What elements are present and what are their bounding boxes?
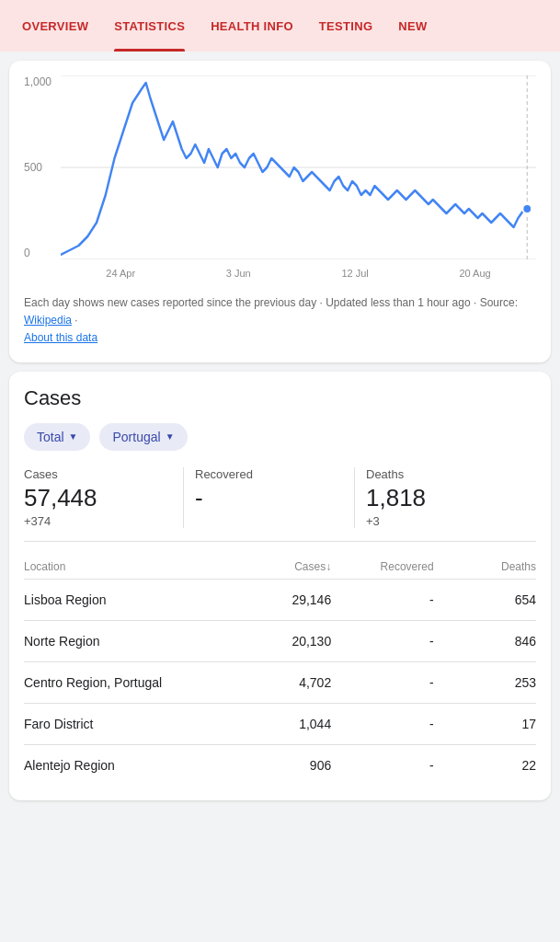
deaths-delta: +3: [366, 514, 514, 528]
row-deaths-2: 253: [434, 675, 536, 690]
location-filter-label: Portugal: [112, 430, 160, 444]
about-data-link[interactable]: About this data: [24, 331, 97, 344]
x-label-apr: 24 Apr: [106, 268, 135, 279]
table-row: Norte Region 20,130 - 846: [24, 621, 536, 662]
total-filter-button[interactable]: Total ▼: [24, 423, 90, 451]
cases-title: Cases: [24, 386, 536, 410]
row-cases-1: 20,130: [229, 634, 331, 649]
row-deaths-1: 846: [434, 634, 536, 649]
total-filter-label: Total: [37, 430, 64, 444]
chart-end-dot: [522, 204, 531, 213]
row-recovered-1: -: [331, 634, 433, 649]
row-cases-4: 906: [229, 758, 331, 773]
y-label-0: 0: [24, 247, 61, 259]
row-cases-2: 4,702: [229, 675, 331, 690]
row-cases-3: 1,044: [229, 717, 331, 731]
stats-row: Cases 57,448 +374 Recovered - Deaths 1,8…: [24, 467, 536, 543]
chart-info: Each day shows new cases reported since …: [24, 294, 536, 348]
header-recovered: Recovered: [331, 560, 433, 573]
cases-stat: Cases 57,448 +374: [24, 467, 184, 529]
wikipedia-link[interactable]: Wikipedia: [24, 314, 72, 327]
row-recovered-2: -: [331, 675, 433, 690]
chart-svg: [61, 75, 536, 259]
y-label-500: 500: [24, 161, 61, 174]
total-filter-arrow: ▼: [69, 431, 78, 442]
y-label-1000: 1,000: [24, 75, 61, 88]
row-location-1: Norte Region: [24, 634, 229, 649]
chart-info-text: Each day shows new cases reported since …: [24, 296, 518, 309]
x-label-jun: 3 Jun: [226, 268, 251, 279]
cases-label: Cases: [24, 467, 172, 481]
table-body: Lisboa Region 29,146 - 654 Norte Region …: [24, 580, 536, 786]
chart-card: 1,000 500 0 24 Apr 3 Jun 12 Jul: [9, 61, 551, 362]
table-row: Alentejo Region 906 - 22: [24, 745, 536, 786]
location-table: Location Cases↓ Recovered Deaths Lisboa …: [24, 555, 536, 786]
recovered-stat: Recovered -: [195, 467, 355, 529]
header-location: Location: [24, 560, 229, 573]
table-row: Lisboa Region 29,146 - 654: [24, 580, 536, 621]
row-recovered-3: -: [331, 717, 433, 731]
nav-overview[interactable]: OVERVIEW: [9, 0, 101, 52]
nav-statistics[interactable]: STATISTICS: [101, 0, 198, 52]
nav-health-info[interactable]: HEALTH INFO: [198, 0, 306, 52]
header-cases: Cases↓: [229, 560, 331, 573]
header-deaths: Deaths: [434, 560, 536, 573]
x-label-jul: 12 Jul: [341, 268, 368, 279]
chart-x-labels: 24 Apr 3 Jun 12 Jul 20 Aug: [61, 259, 536, 287]
row-cases-0: 29,146: [229, 592, 331, 607]
deaths-label: Deaths: [366, 467, 514, 481]
row-location-2: Centro Region, Portugal: [24, 675, 229, 690]
row-deaths-3: 17: [434, 717, 536, 731]
chart-area: 1,000 500 0 24 Apr 3 Jun 12 Jul: [24, 75, 536, 287]
cases-card: Cases Total ▼ Portugal ▼ Cases 57,448 +3…: [9, 372, 551, 801]
cases-value: 57,448: [24, 485, 172, 511]
row-deaths-0: 654: [434, 592, 536, 607]
table-row: Centro Region, Portugal 4,702 - 253: [24, 662, 536, 704]
row-location-3: Faro District: [24, 717, 229, 731]
row-location-4: Alentejo Region: [24, 758, 229, 773]
recovered-label: Recovered: [195, 467, 343, 481]
row-location-0: Lisboa Region: [24, 592, 229, 607]
row-recovered-4: -: [331, 758, 433, 773]
row-recovered-0: -: [331, 592, 433, 607]
table-header: Location Cases↓ Recovered Deaths: [24, 555, 536, 580]
chart-y-labels: 1,000 500 0: [24, 75, 61, 259]
x-label-aug: 20 Aug: [459, 268, 490, 279]
nav-testing[interactable]: TESTING: [306, 0, 385, 52]
table-row: Faro District 1,044 - 17: [24, 704, 536, 745]
filter-row: Total ▼ Portugal ▼: [24, 423, 536, 451]
recovered-value: -: [195, 485, 343, 511]
location-filter-arrow: ▼: [166, 431, 175, 442]
cases-delta: +374: [24, 514, 172, 528]
top-navigation: OVERVIEW STATISTICS HEALTH INFO TESTING …: [0, 0, 560, 52]
row-deaths-4: 22: [434, 758, 536, 773]
deaths-value: 1,818: [366, 485, 514, 511]
deaths-stat: Deaths 1,818 +3: [366, 467, 525, 529]
location-filter-button[interactable]: Portugal ▼: [99, 423, 187, 451]
nav-new[interactable]: NEW: [385, 0, 440, 52]
